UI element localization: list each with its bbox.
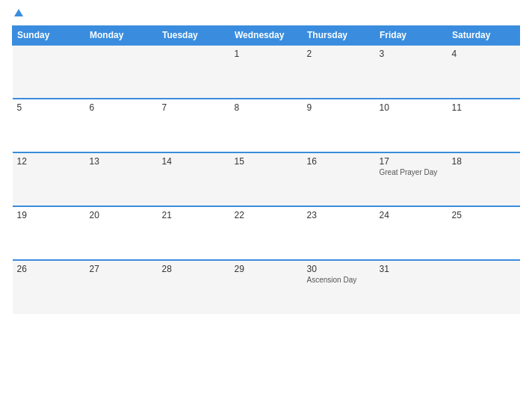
calendar-cell: 25 [448,206,520,260]
calendar-cell: 19 [13,206,85,260]
calendar-cell: 18 [448,152,520,206]
logo-text [12,7,23,19]
day-number: 28 [162,264,226,274]
calendar-week-row: 1234 [13,45,520,99]
calendar-cell [158,45,230,99]
calendar-cell: 27 [85,260,158,314]
calendar-cell: 10 [375,99,448,152]
calendar-cell: 23 [303,206,375,260]
day-number: 13 [90,156,153,167]
day-number: 31 [380,264,443,274]
day-number: 18 [452,156,516,167]
calendar-table: SundayMondayTuesdayWednesdayThursdayFrid… [12,25,520,314]
calendar-cell: 22 [230,206,303,260]
calendar-cell: 8 [230,99,303,152]
day-number: 16 [307,156,371,167]
calendar-cell: 15 [230,152,303,206]
calendar-cell: 30Ascension Day [303,260,375,314]
calendar-cell: 29 [230,260,303,314]
calendar-cell: 11 [448,99,520,152]
day-event: Ascension Day [307,276,371,284]
day-number: 8 [235,102,298,113]
day-number: 5 [17,102,81,113]
day-number: 9 [307,102,371,113]
calendar-cell: 12 [13,152,85,206]
calendar-cell: 17Great Prayer Day [375,152,448,206]
calendar-cell: 20 [85,206,158,260]
calendar-cell: 6 [85,99,158,152]
calendar-cell: 26 [13,260,85,314]
weekday-header: Sunday [13,26,85,46]
day-number: 26 [17,264,81,274]
calendar-week-row: 2627282930Ascension Day31 [13,260,520,314]
day-number: 6 [90,102,153,113]
day-number: 1 [235,49,298,59]
day-number: 27 [90,264,153,274]
day-number: 23 [307,210,371,220]
calendar-cell [448,260,520,314]
calendar-cell: 7 [158,99,230,152]
weekday-header: Wednesday [230,26,303,46]
day-number: 2 [307,49,371,59]
weekday-row: SundayMondayTuesdayWednesdayThursdayFrid… [13,26,520,46]
calendar-cell: 1 [230,45,303,99]
weekday-header: Tuesday [158,26,230,46]
weekday-header: Saturday [448,26,520,46]
day-number: 15 [235,156,298,167]
logo-triangle-icon [14,9,23,16]
calendar-cell: 24 [375,206,448,260]
calendar-cell: 3 [375,45,448,99]
calendar-cell: 13 [85,152,158,206]
day-number: 10 [380,102,443,113]
calendar-cell: 4 [448,45,520,99]
day-number: 17 [380,156,443,167]
calendar-cell: 14 [158,152,230,206]
page: SundayMondayTuesdayWednesdayThursdayFrid… [0,0,532,411]
day-number: 3 [380,49,443,59]
day-number: 7 [162,102,226,113]
calendar-cell: 16 [303,152,375,206]
weekday-header: Thursday [303,26,375,46]
day-number: 24 [380,210,443,220]
calendar-week-row: 567891011 [13,99,520,152]
calendar-week-row: 121314151617Great Prayer Day18 [13,152,520,206]
day-number: 11 [452,102,516,113]
calendar-cell [85,45,158,99]
day-number: 29 [235,264,298,274]
day-number: 21 [162,210,226,220]
day-number: 14 [162,156,226,167]
day-number: 30 [307,264,371,274]
weekday-header: Monday [85,26,158,46]
day-number: 25 [452,210,516,220]
day-number: 4 [452,49,516,59]
calendar-cell: 5 [13,99,85,152]
day-number: 20 [90,210,153,220]
day-event: Great Prayer Day [380,168,443,176]
day-number: 22 [235,210,298,220]
calendar-week-row: 19202122232425 [13,206,520,260]
calendar-cell: 9 [303,99,375,152]
calendar-cell [13,45,85,99]
calendar-cell: 31 [375,260,448,314]
weekday-header: Friday [375,26,448,46]
header [12,7,520,19]
calendar-body: 1234567891011121314151617Great Prayer Da… [13,45,520,314]
day-number: 19 [17,210,81,220]
calendar-cell: 2 [303,45,375,99]
calendar-cell: 28 [158,260,230,314]
day-number: 12 [17,156,81,167]
calendar-cell: 21 [158,206,230,260]
calendar-header: SundayMondayTuesdayWednesdayThursdayFrid… [13,26,520,46]
logo [12,7,23,19]
